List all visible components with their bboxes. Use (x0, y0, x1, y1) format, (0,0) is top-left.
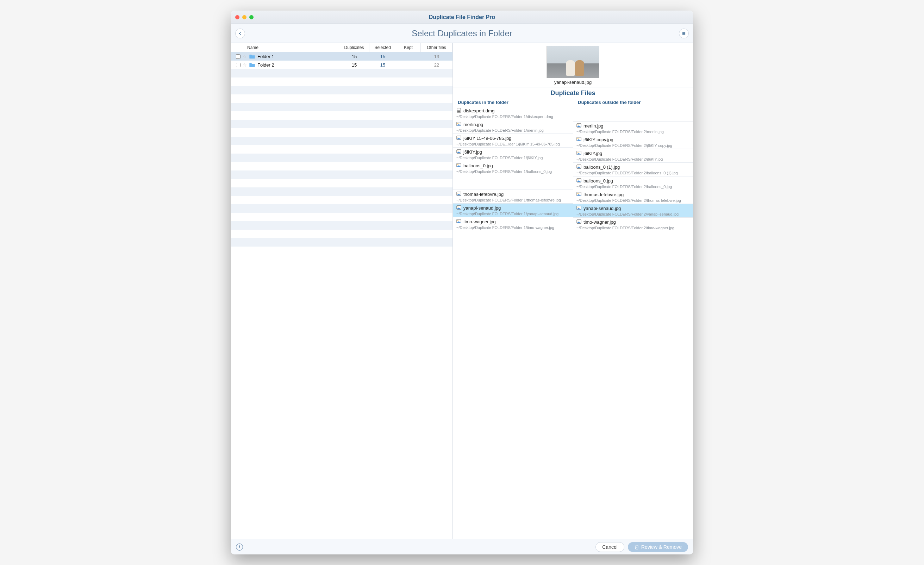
svg-point-24 (578, 152, 579, 153)
folder-checkbox[interactable] (236, 54, 240, 59)
col-duplicates[interactable]: Duplicates (339, 43, 369, 52)
duplicates-inside-column: Duplicates in the folder diskexpert.dmg~… (453, 98, 573, 231)
file-path: ~/Desktop/Duplicate FOLDERS/Folder 1/tim… (456, 225, 569, 230)
file-name: thomas-lefebvre.jpg (584, 192, 624, 197)
app-title: Duplicate File Finder Pro (231, 14, 693, 20)
duplicates-heading: Duplicate Files (453, 87, 693, 98)
file-name: balloons_0.jpg (464, 163, 493, 168)
file-name: merlin.jpg (464, 122, 483, 127)
star-icon[interactable]: ☆ (243, 54, 247, 59)
file-path: ~/Desktop/Duplicate FOLDERS/Folder 1/mer… (456, 128, 569, 132)
svg-point-22 (578, 138, 579, 139)
file-path: ~/Desktop/Duplicate FOLDERS/Folder 1/dis… (456, 114, 569, 119)
folder-other: 13 (421, 54, 453, 59)
duplicate-row[interactable]: timo-wagner.jpg~/Desktop/Duplicate FOLDE… (453, 217, 573, 231)
review-remove-button[interactable]: Review & Remove (628, 542, 688, 552)
file-path: ~/Desktop/Duplicate FOLDERS/Folder 1/j6i… (456, 156, 569, 160)
folder-row[interactable]: ☆Folder 2151522 (231, 60, 453, 69)
file-name: j6iKIY copy.jpg (584, 137, 614, 142)
folder-selected: 15 (369, 62, 396, 68)
inside-list: diskexpert.dmg~/Desktop/Duplicate FOLDER… (453, 107, 573, 231)
col-name[interactable]: Name (231, 43, 339, 52)
svg-rect-4 (458, 111, 460, 112)
duplicate-row[interactable]: balloons_0.jpg~/Desktop/Duplicate FOLDER… (453, 161, 573, 175)
file-name: merlin.jpg (584, 123, 603, 129)
titlebar: Duplicate File Finder Pro (231, 11, 693, 24)
duplicate-row[interactable]: balloons_0 (1).jpg~/Desktop/Duplicate FO… (573, 162, 693, 176)
outside-list: merlin.jpg~/Desktop/Duplicate FOLDERS/Fo… (573, 107, 693, 231)
folder-other: 22 (421, 62, 453, 68)
svg-point-14 (458, 193, 459, 194)
file-path: ~/Desktop/Duplicate FOLDERS/Folder 2/tho… (576, 198, 690, 203)
file-icon (576, 137, 581, 143)
duplicate-row[interactable]: yanapi-senaud.jpg~/Desktop/Duplicate FOL… (453, 203, 573, 217)
info-button[interactable]: i (236, 544, 243, 551)
svg-point-26 (578, 165, 579, 167)
duplicate-row (573, 107, 693, 121)
file-icon (456, 149, 461, 155)
duplicate-row[interactable]: merlin.jpg~/Desktop/Duplicate FOLDERS/Fo… (573, 121, 693, 135)
file-path: ~/Desktop/Duplicate FOLDERS/Folder 2/j6i… (576, 143, 690, 147)
duplicate-row[interactable]: merlin.jpg~/Desktop/Duplicate FOLDERS/Fo… (453, 120, 573, 134)
folder-duplicates: 15 (339, 62, 369, 68)
trash-icon (634, 545, 639, 550)
file-path: ~/Desktop/Duplicate FOLDERS/Folder 1/tho… (456, 198, 569, 202)
file-name: j6iKIY.jpg (464, 149, 482, 155)
folder-name: Folder 1 (257, 54, 274, 59)
duplicate-row[interactable]: balloons_0.jpg~/Desktop/Duplicate FOLDER… (573, 176, 693, 190)
duplicate-row[interactable]: thomas-lefebvre.jpg~/Desktop/Duplicate F… (573, 190, 693, 204)
file-name: diskexpert.dmg (464, 108, 494, 113)
file-path: ~/Desktop/Duplicate FOLDERS/Folder 2/yan… (576, 212, 690, 216)
file-path: ~/Desktop/Duplicate FOLDERS/Folder 2/mer… (576, 130, 690, 134)
preview-filename: yanapi-senaud.jpg (554, 80, 592, 85)
file-name: yanapi-senaud.jpg (464, 205, 501, 210)
file-path: ~/Desktop/Duplicate FOLDE...lder 1/j6iKI… (456, 142, 569, 146)
file-name: balloons_0 (1).jpg (584, 164, 620, 170)
file-icon (456, 135, 461, 141)
folder-duplicates: 15 (339, 54, 369, 59)
file-icon (456, 108, 461, 114)
toolbar: Select Duplicates in Folder (231, 24, 693, 43)
svg-point-16 (458, 206, 459, 207)
col-kept[interactable]: Kept (396, 43, 421, 52)
file-path: ~/Desktop/Duplicate FOLDERS/Folder 2/bal… (576, 171, 690, 175)
file-name: yanapi-senaud.jpg (584, 206, 621, 211)
star-icon[interactable]: ☆ (243, 62, 247, 68)
svg-point-10 (458, 150, 459, 152)
svg-point-12 (458, 164, 459, 165)
duplicate-row[interactable]: diskexpert.dmg~/Desktop/Duplicate FOLDER… (453, 107, 573, 120)
duplicate-row[interactable]: thomas-lefebvre.jpg~/Desktop/Duplicate F… (453, 189, 573, 203)
folder-row[interactable]: ☆Folder 1151513 (231, 52, 453, 60)
duplicate-row[interactable]: j6iKIY.jpg~/Desktop/Duplicate FOLDERS/Fo… (453, 147, 573, 161)
duplicate-row[interactable]: j6iKIY 15-49-06-785.jpg~/Desktop/Duplica… (453, 134, 573, 147)
duplicate-row[interactable]: timo-wagner.jpg~/Desktop/Duplicate FOLDE… (573, 217, 693, 231)
duplicate-row[interactable]: j6iKIY.jpg~/Desktop/Duplicate FOLDERS/Fo… (573, 149, 693, 162)
review-remove-label: Review & Remove (641, 544, 682, 550)
duplicates-columns: Duplicates in the folder diskexpert.dmg~… (453, 98, 693, 231)
page-title: Select Duplicates in Folder (231, 29, 693, 38)
svg-point-30 (578, 193, 579, 194)
folder-checkbox[interactable] (236, 63, 240, 67)
col-selected[interactable]: Selected (369, 43, 396, 52)
duplicate-row[interactable]: j6iKIY copy.jpg~/Desktop/Duplicate FOLDE… (573, 135, 693, 149)
folder-selected: 15 (369, 54, 396, 59)
file-path: ~/Desktop/Duplicate FOLDERS/Folder 1/yan… (456, 212, 569, 216)
duplicate-row[interactable]: yanapi-senaud.jpg~/Desktop/Duplicate FOL… (573, 204, 693, 217)
file-icon (456, 163, 461, 169)
file-icon (456, 191, 461, 197)
svg-point-32 (578, 207, 579, 208)
svg-rect-3 (457, 108, 461, 113)
cancel-button[interactable]: Cancel (596, 542, 624, 552)
file-icon (456, 219, 461, 225)
duplicate-row (453, 175, 573, 189)
file-path: ~/Desktop/Duplicate FOLDERS/Folder 2/bal… (576, 185, 690, 189)
file-icon (576, 192, 581, 198)
file-path: ~/Desktop/Duplicate FOLDERS/Folder 2/tim… (576, 226, 690, 230)
footer: i Cancel Review & Remove (231, 539, 693, 554)
file-icon (456, 205, 461, 211)
col-other[interactable]: Other files (421, 43, 453, 52)
file-name: balloons_0.jpg (584, 178, 613, 183)
folder-table-header: Name Duplicates Selected Kept Other file… (231, 43, 453, 52)
inside-column-title: Duplicates in the folder (453, 98, 573, 107)
folders-pane: Name Duplicates Selected Kept Other file… (231, 43, 453, 539)
